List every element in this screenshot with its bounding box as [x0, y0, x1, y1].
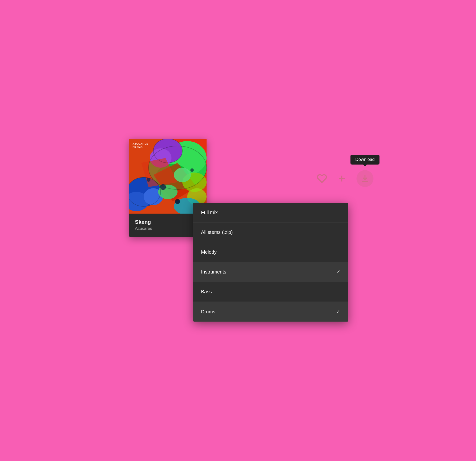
download-button-container[interactable]: Download [357, 170, 374, 187]
menu-item-label: All stems (.zip) [201, 230, 233, 235]
menu-item[interactable]: Instruments✓ [193, 262, 348, 282]
artwork-svg [129, 139, 207, 214]
heart-icon [317, 173, 327, 184]
tooltip-text: Download [355, 157, 375, 162]
menu-item-label: Melody [201, 249, 216, 255]
menu-item-label: Drums [201, 309, 215, 315]
album-artwork: AZUCARES SKENG [129, 139, 207, 214]
action-icons: Download [317, 170, 374, 187]
svg-point-22 [175, 199, 180, 204]
plus-icon [337, 173, 347, 184]
svg-point-21 [147, 178, 150, 182]
checkmark-icon: ✓ [336, 269, 340, 275]
download-icon [360, 174, 370, 183]
menu-item-label: Full mix [201, 210, 218, 215]
menu-item[interactable]: Full mix [193, 203, 348, 222]
main-scene: AZUCARES SKENG Skeng Azucares Download [129, 139, 347, 322]
menu-item-label: Bass [201, 289, 212, 295]
like-button[interactable] [317, 173, 327, 184]
download-dropdown: Full mixAll stems (.zip)MelodyInstrument… [193, 203, 348, 321]
artwork-label: AZUCARES SKENG [133, 142, 148, 149]
label-line1: AZUCARES [133, 142, 148, 145]
menu-item[interactable]: Melody [193, 242, 348, 262]
add-button[interactable] [337, 173, 347, 184]
menu-item[interactable]: Drums✓ [193, 302, 348, 321]
menu-item[interactable]: All stems (.zip) [193, 222, 348, 242]
download-tooltip: Download [350, 155, 380, 165]
album-artist: Azucares [135, 226, 201, 231]
album-title: Skeng [135, 219, 201, 225]
download-button[interactable] [360, 174, 370, 183]
svg-point-16 [174, 168, 191, 182]
menu-item-label: Instruments [201, 269, 226, 275]
svg-point-23 [190, 168, 194, 172]
checkmark-icon: ✓ [336, 309, 340, 315]
menu-item[interactable]: Bass [193, 282, 348, 302]
label-line2: SKENG [133, 145, 148, 149]
svg-point-20 [160, 184, 166, 190]
